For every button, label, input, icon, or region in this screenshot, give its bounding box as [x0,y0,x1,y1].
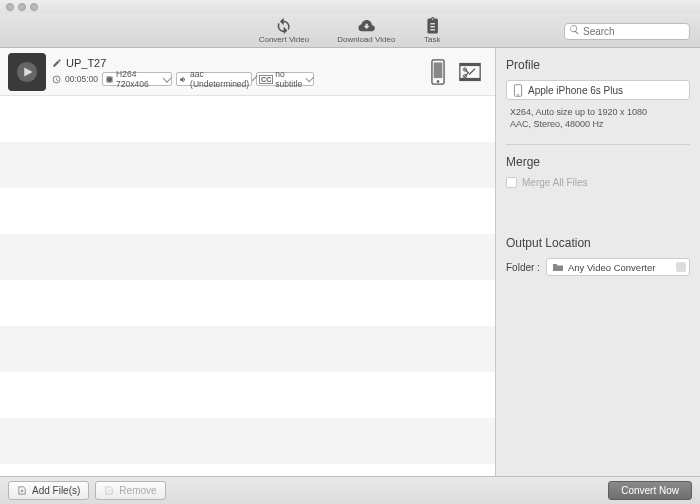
svg-point-3 [437,80,440,83]
audio-select[interactable]: aac (Undetermined) [176,72,252,86]
empty-row [0,96,495,142]
speaker-icon [179,75,188,84]
merge-label: Merge All Files [522,177,588,188]
empty-row [0,142,495,188]
svg-rect-5 [460,63,480,66]
device-icon [513,84,523,97]
file-row[interactable]: UP_T27 00:05:00 H264 720x406 aac (Undete… [0,48,495,96]
video-thumbnail[interactable] [8,53,46,91]
format-select[interactable]: H264 720x406 [102,72,172,86]
download-video-button[interactable]: Download Video [337,17,395,44]
refresh-icon [275,17,293,35]
profile-select[interactable]: Apple iPhone 6s Plus [506,80,690,100]
film-icon [105,75,114,84]
svg-rect-2 [434,62,443,78]
remove-button[interactable]: Remove [95,481,165,500]
profile-title: Profile [506,58,690,72]
convert-now-button[interactable]: Convert Now [608,481,692,500]
divider [506,144,690,145]
file-name: UP_T27 [66,57,106,69]
convert-video-label: Convert Video [259,35,310,44]
add-file-icon [17,485,28,496]
traffic-light-minimize[interactable] [18,3,26,11]
svg-point-10 [517,94,518,95]
clock-icon [52,75,61,84]
empty-row [0,372,495,418]
merge-checkbox[interactable] [506,177,517,188]
merge-title: Merge [506,155,690,169]
traffic-light-close[interactable] [6,3,14,11]
convert-video-button[interactable]: Convert Video [259,17,310,44]
empty-row [0,234,495,280]
task-button[interactable]: Task [423,17,441,44]
folder-icon [552,262,564,272]
search-input[interactable] [564,23,690,40]
add-files-button[interactable]: Add File(s) [8,481,89,500]
duration: 00:05:00 [65,74,98,84]
cut-icon[interactable] [459,59,481,85]
svg-rect-6 [460,77,480,80]
empty-row [0,326,495,372]
traffic-light-zoom[interactable] [30,3,38,11]
cloud-download-icon [357,17,375,35]
bottom-bar: Add File(s) Remove Convert Now [0,476,700,504]
download-video-label: Download Video [337,35,395,44]
task-label: Task [424,35,440,44]
remove-file-icon [104,485,115,496]
phone-icon[interactable] [427,59,449,85]
subtitle-select[interactable]: CC no subtitle [256,72,314,86]
profile-description: X264, Auto size up to 1920 x 1080 AAC, S… [506,106,690,130]
window-titlebar [0,0,700,13]
file-list: UP_T27 00:05:00 H264 720x406 aac (Undete… [0,48,496,476]
output-title: Output Location [506,236,690,250]
folder-select[interactable]: Any Video Converter [546,258,690,276]
toolbar: Convert Video Download Video Task [0,13,700,48]
folder-label: Folder : [506,262,540,273]
empty-row [0,418,495,464]
play-icon [16,61,38,83]
empty-row [0,188,495,234]
clipboard-icon [423,17,441,35]
empty-row [0,280,495,326]
search-icon [569,24,580,35]
pencil-icon[interactable] [52,58,62,68]
side-panel: Profile Apple iPhone 6s Plus X264, Auto … [496,48,700,476]
